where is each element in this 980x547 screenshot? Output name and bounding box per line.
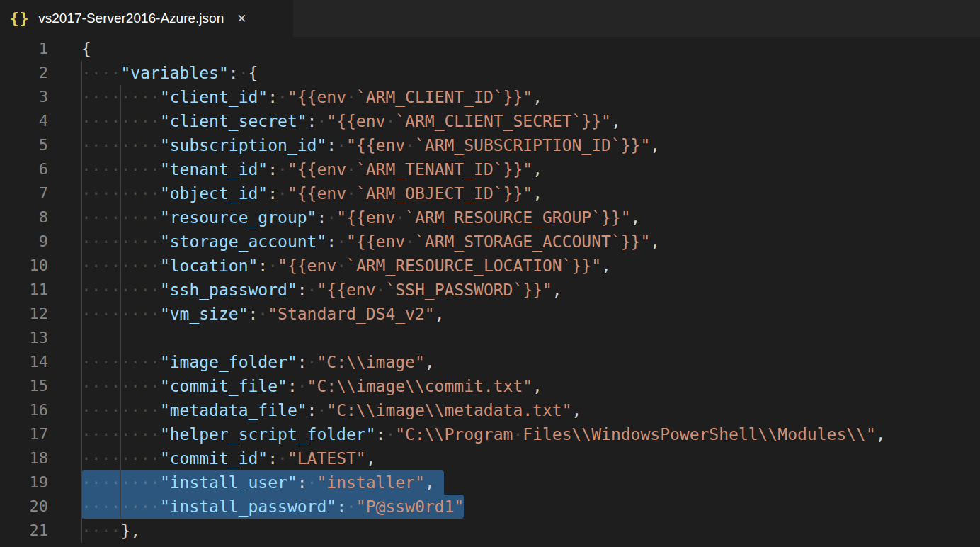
line-content: ····"variables":·{	[81, 61, 258, 85]
line-number[interactable]: 5	[0, 133, 48, 157]
line-content: ········"resource_group":·"{{env·`ARM_RE…	[81, 205, 640, 230]
code-line[interactable]: 19········"install_user":·"installer",	[0, 470, 980, 495]
code-area: 1{2····"variables":·{3········"client_id…	[0, 37, 980, 543]
tab-bar: {} vs2017-Server2016-Azure.json ✕	[0, 0, 980, 37]
code-line[interactable]: 16········"metadata_file":·"C:\\image\\m…	[0, 398, 980, 422]
code-line[interactable]: 15········"commit_file":·"C:\\image\\com…	[0, 374, 980, 398]
code-line[interactable]: 17········"helper_script_folder":·"C:\\P…	[0, 422, 980, 446]
line-number[interactable]: 12	[0, 302, 48, 326]
line-content: ········"commit_file":·"C:\\image\\commi…	[81, 374, 542, 398]
line-number[interactable]: 10	[0, 254, 48, 278]
code-line[interactable]: 6········"tenant_id":·"{{env·`ARM_TENANT…	[0, 157, 980, 181]
line-content: ········"tenant_id":·"{{env·`ARM_TENANT_…	[81, 157, 542, 181]
code-line[interactable]: 7········"object_id":·"{{env·`ARM_OBJECT…	[0, 181, 980, 205]
line-number[interactable]: 2	[0, 61, 48, 85]
code-line[interactable]: 5········"subscription_id":·"{{env·`ARM_…	[0, 133, 980, 157]
line-content: ········"image_folder":·"C:\\image",	[81, 350, 435, 374]
code-line[interactable]: 11········"ssh_password":·"{{env·`SSH_PA…	[0, 278, 980, 302]
line-number[interactable]: 14	[0, 350, 48, 374]
tab-vs2017-server2016-azure[interactable]: {} vs2017-Server2016-Azure.json ✕	[0, 0, 293, 37]
code-line[interactable]: 18········"commit_id":·"LATEST",	[0, 446, 980, 470]
line-number[interactable]: 4	[0, 109, 48, 133]
tab-title: vs2017-Server2016-Azure.json	[38, 11, 224, 26]
line-content: ········"vm_size":·"Standard_DS4_v2",	[81, 302, 444, 326]
line-content: ········"storage_account":·"{{env·`ARM_S…	[81, 230, 660, 254]
line-content: ········"client_id":·"{{env·`ARM_CLIENT_…	[81, 85, 542, 109]
line-content: ········"install_user":·"installer",	[81, 470, 435, 495]
line-number[interactable]: 9	[0, 230, 48, 254]
line-content: ········"object_id":·"{{env·`ARM_OBJECT_…	[81, 181, 542, 205]
line-content: ········"ssh_password":·"{{env·`SSH_PASS…	[81, 278, 562, 302]
line-content: ········"install_password":·"P@ssw0rd1"	[81, 495, 464, 519]
line-content: {	[81, 37, 91, 61]
code-line[interactable]: 14········"image_folder":·"C:\\image",	[0, 350, 980, 374]
line-content: ········"location":·"{{env·`ARM_RESOURCE…	[81, 254, 611, 278]
line-content: ········"client_secret":·"{{env·`ARM_CLI…	[81, 109, 621, 133]
line-number[interactable]: 18	[0, 446, 48, 470]
indent-guide-level-1	[81, 61, 82, 543]
code-line[interactable]: 12········"vm_size":·"Standard_DS4_v2",	[0, 302, 980, 326]
line-content: ········"subscription_id":·"{{env·`ARM_S…	[81, 133, 660, 157]
line-number[interactable]: 8	[0, 205, 48, 230]
line-content: ········"commit_id":·"LATEST",	[81, 446, 376, 470]
line-number[interactable]: 15	[0, 374, 48, 398]
line-content: ····},	[81, 519, 140, 543]
editor-pane[interactable]: 1{2····"variables":·{3········"client_id…	[0, 37, 980, 547]
line-number[interactable]: 20	[0, 495, 48, 519]
code-line[interactable]: 3········"client_id":·"{{env·`ARM_CLIENT…	[0, 85, 980, 109]
line-number[interactable]: 13	[0, 326, 48, 350]
line-number[interactable]: 16	[0, 398, 48, 422]
line-content: ········"helper_script_folder":·"C:\\Pro…	[81, 422, 886, 446]
line-number[interactable]: 21	[0, 519, 48, 543]
tab-close-icon[interactable]: ✕	[237, 11, 246, 26]
code-line[interactable]: 10········"location":·"{{env·`ARM_RESOUR…	[0, 254, 980, 278]
code-line[interactable]: 21····},	[0, 519, 980, 543]
line-content: ········"metadata_file":·"C:\\image\\met…	[81, 398, 581, 422]
json-file-icon: {}	[10, 10, 29, 27]
line-number[interactable]: 6	[0, 157, 48, 181]
code-line[interactable]: 2····"variables":·{	[0, 61, 980, 85]
line-number[interactable]: 1	[0, 37, 48, 61]
line-number[interactable]: 7	[0, 181, 48, 205]
code-line[interactable]: 20········"install_password":·"P@ssw0rd1…	[0, 495, 980, 519]
line-number[interactable]: 11	[0, 278, 48, 302]
code-line[interactable]: 13	[0, 326, 980, 350]
vscode-window: { "tab": { "title": "vs2017-Server2016-A…	[0, 0, 980, 547]
line-number[interactable]: 19	[0, 470, 48, 495]
line-number[interactable]: 3	[0, 85, 48, 109]
line-number[interactable]: 17	[0, 422, 48, 446]
code-line[interactable]: 9········"storage_account":·"{{env·`ARM_…	[0, 230, 980, 254]
code-line[interactable]: 8········"resource_group":·"{{env·`ARM_R…	[0, 205, 980, 230]
code-line[interactable]: 4········"client_secret":·"{{env·`ARM_CL…	[0, 109, 980, 133]
code-line[interactable]: 1{	[0, 37, 980, 61]
